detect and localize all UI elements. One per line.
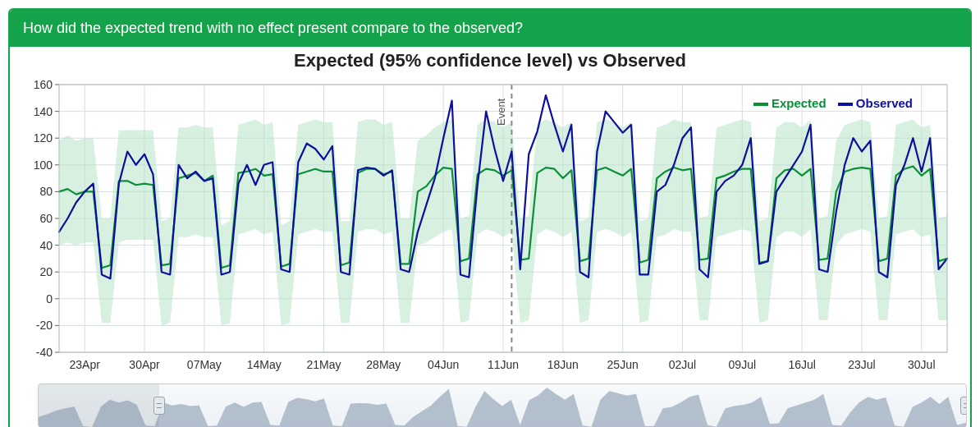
svg-text:02Jul: 02Jul (669, 358, 696, 371)
svg-text:30Apr: 30Apr (129, 358, 160, 371)
range-shade-left (39, 384, 159, 427)
range-slider[interactable] (38, 383, 967, 427)
svg-text:07May: 07May (187, 358, 222, 371)
panel-header: How did the expected trend with no effec… (10, 10, 970, 47)
svg-text:11Jun: 11Jun (488, 358, 519, 371)
svg-text:40: 40 (39, 239, 53, 252)
chart-title: Expected (95% confidence level) vs Obser… (10, 50, 970, 71)
svg-text:28May: 28May (366, 358, 401, 371)
range-handle-left[interactable] (153, 397, 165, 415)
svg-text:160: 160 (34, 80, 53, 91)
panel-question: How did the expected trend with no effec… (23, 20, 523, 36)
svg-text:04Jun: 04Jun (428, 358, 459, 371)
chart-legend: Expected Observed (745, 96, 913, 110)
svg-text:0: 0 (46, 292, 53, 305)
legend-expected-label: Expected (772, 96, 827, 110)
svg-text:20: 20 (39, 265, 53, 278)
legend-swatch-expected (753, 103, 768, 106)
chart-area: Event-40-2002040608010012014016023Apr30A… (10, 75, 970, 380)
range-handle-right[interactable] (960, 397, 967, 415)
svg-text:25Jun: 25Jun (607, 358, 639, 371)
event-label: Event (495, 98, 507, 126)
svg-text:30Jul: 30Jul (908, 358, 935, 371)
svg-text:100: 100 (34, 158, 53, 172)
svg-text:21May: 21May (307, 358, 341, 371)
svg-text:14May: 14May (247, 358, 282, 371)
legend-observed-label: Observed (856, 96, 913, 110)
svg-text:120: 120 (34, 131, 53, 145)
svg-text:18Jun: 18Jun (547, 358, 579, 371)
svg-text:23Apr: 23Apr (70, 358, 101, 371)
svg-text:09Jul: 09Jul (729, 358, 756, 371)
svg-text:80: 80 (39, 185, 53, 198)
main-chart-svg[interactable]: Event-40-2002040608010012014016023Apr30A… (15, 80, 959, 375)
svg-text:23Jul: 23Jul (848, 358, 875, 371)
svg-text:60: 60 (39, 212, 53, 225)
svg-text:-40: -40 (36, 346, 53, 359)
legend-swatch-observed (838, 103, 853, 106)
chart-panel: How did the expected trend with no effec… (8, 8, 972, 427)
svg-text:-20: -20 (36, 319, 53, 332)
panel-body: Expected (95% confidence level) vs Obser… (10, 50, 970, 427)
svg-text:16Jul: 16Jul (788, 358, 815, 371)
svg-text:140: 140 (34, 105, 53, 118)
mini-chart-svg (39, 384, 966, 427)
